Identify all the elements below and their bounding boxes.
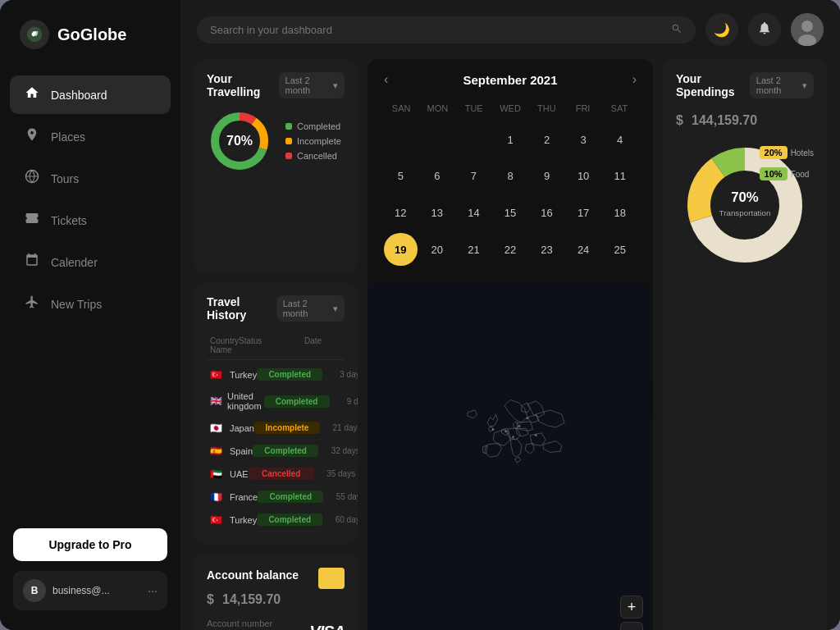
donut-area: 70% Completed Incomplete C xyxy=(207,108,345,174)
notifications-button[interactable] xyxy=(748,13,781,46)
spendings-filter[interactable]: Last 2 month ▾ xyxy=(750,72,814,98)
table-row[interactable]: 🇬🇧 United kingdom Completed 9 days ago xyxy=(207,386,345,417)
legend-incomplete: Incomplete xyxy=(285,136,341,146)
nav-items: Dashboard Places Tours Tickets xyxy=(0,75,180,528)
theme-toggle-button[interactable]: 🌙 xyxy=(705,13,738,46)
visa-logo: VISA xyxy=(309,623,345,630)
calendar-day[interactable]: 14 xyxy=(457,196,491,230)
travelling-card: Your Travelling Last 2 month ▾ xyxy=(194,59,358,272)
calendar-day[interactable]: 15 xyxy=(494,196,527,230)
places-icon xyxy=(23,127,41,146)
calendar-day[interactable]: 7 xyxy=(457,160,491,194)
calendar-day[interactable]: 23 xyxy=(530,233,564,267)
calendar-day[interactable]: 25 xyxy=(603,233,637,267)
calendar-day[interactable]: 16 xyxy=(530,196,564,230)
calendar-day[interactable]: 19 xyxy=(384,233,418,267)
svg-point-17 xyxy=(512,436,514,438)
calendar-day[interactable]: 9 xyxy=(530,160,564,194)
sidebar-label-tours: Tours xyxy=(51,172,79,185)
spendings-header: Your Spendings Last 2 month ▾ xyxy=(676,72,814,98)
content-area: Your Travelling Last 2 month ▾ xyxy=(180,59,840,630)
bottom-left-column: Travel History Last 2 month ▾ Country Na… xyxy=(194,282,358,630)
svg-point-15 xyxy=(492,428,495,431)
header: 🌙 xyxy=(180,0,840,59)
day-name-sat: SAT xyxy=(602,100,637,116)
history-header: Travel History Last 2 month ▾ xyxy=(207,295,345,322)
sidebar-label-newtrips: New Trips xyxy=(51,298,102,311)
calendar-day[interactable]: 20 xyxy=(421,233,454,267)
table-row[interactable]: 🇹🇷 Turkey Completed 3 days ago xyxy=(207,363,345,386)
sidebar-item-calendar[interactable]: Calender xyxy=(10,243,171,281)
day-name-mon: MON xyxy=(420,100,454,116)
app-container: GoGlobe Dashboard Places Tours xyxy=(0,0,840,630)
sidebar-bottom: Upgrade to Pro B business@... ··· xyxy=(0,528,180,610)
calendar-day[interactable]: 8 xyxy=(494,160,527,194)
search-bar xyxy=(197,16,696,43)
calendar-day[interactable]: 18 xyxy=(603,196,637,230)
sidebar-label-dashboard: Dashboard xyxy=(51,89,107,102)
table-row[interactable]: 🇦🇪 UAE Cancelled 35 days ago xyxy=(207,463,345,486)
search-icon xyxy=(671,23,682,37)
balance-amount: $ 14,159.70 xyxy=(207,587,345,609)
user-menu-dots[interactable]: ··· xyxy=(148,584,158,597)
newtrips-icon xyxy=(23,294,41,313)
spendings-amount: $ 144,159.70 xyxy=(676,108,814,130)
history-table-header: Country Name Status Date xyxy=(207,331,345,360)
calendar-day[interactable]: 3 xyxy=(567,123,600,157)
calendar-day xyxy=(421,123,454,157)
sidebar-item-tickets[interactable]: Tickets xyxy=(10,201,171,240)
map-zoom-in-button[interactable]: + xyxy=(620,596,643,619)
svg-point-16 xyxy=(504,430,507,432)
sidebar-item-tours[interactable]: Tours xyxy=(10,159,171,198)
calendar-day[interactable]: 17 xyxy=(567,196,600,230)
history-filter[interactable]: Last 2 month ▾ xyxy=(276,295,345,322)
calendar-day[interactable]: 2 xyxy=(530,123,564,157)
calendar-day[interactable]: 4 xyxy=(603,123,637,157)
home-icon xyxy=(23,85,41,104)
calendar-day[interactable]: 1 xyxy=(494,123,527,157)
tickets-icon xyxy=(23,211,41,230)
svg-point-2 xyxy=(801,21,813,32)
legend-cancelled: Cancelled xyxy=(285,151,341,161)
user-avatar[interactable] xyxy=(791,13,824,46)
sidebar-item-dashboard[interactable]: Dashboard xyxy=(10,75,171,114)
calendar-next-button[interactable]: › xyxy=(632,72,637,87)
table-row[interactable]: 🇪🇸 Spain Completed 32 days ago xyxy=(207,440,345,463)
calendar-day[interactable]: 5 xyxy=(384,160,418,194)
calendar-day[interactable]: 11 xyxy=(603,160,637,194)
sidebar-item-places[interactable]: Places xyxy=(10,117,171,156)
account-balance-card: Account balance $ 14,159.70 Account numb… xyxy=(194,555,358,630)
calendar-day[interactable]: 21 xyxy=(457,233,491,267)
sidebar-label-tickets: Tickets xyxy=(51,214,87,227)
history-rows: 🇹🇷 Turkey Completed 3 days ago 🇬🇧 United… xyxy=(207,363,345,532)
svg-point-19 xyxy=(535,434,537,436)
world-map-svg xyxy=(368,282,653,630)
pie-legend-food: 10% Food xyxy=(760,167,814,180)
upgrade-button[interactable]: Upgrade to Pro xyxy=(13,528,167,561)
user-bar: B business@... ··· xyxy=(13,571,167,610)
table-row[interactable]: 🇫🇷 France Completed 55 days ago xyxy=(207,486,345,509)
day-name-thu: THU xyxy=(529,100,564,116)
chevron-down-icon: ▾ xyxy=(333,304,338,314)
day-name-fri: FRI xyxy=(565,100,600,116)
calendar-icon xyxy=(23,253,41,272)
travelling-filter[interactable]: Last 2 month ▾ xyxy=(279,72,345,98)
travelling-title: Your Travelling xyxy=(207,72,279,98)
calendar-prev-button[interactable]: ‹ xyxy=(384,72,388,87)
calendar-day[interactable]: 6 xyxy=(421,160,454,194)
calendar-day[interactable]: 24 xyxy=(567,233,600,267)
currency-symbol: $ xyxy=(676,113,683,127)
map-zoom-out-button[interactable]: − xyxy=(620,622,643,630)
calendar-day[interactable]: 12 xyxy=(384,196,418,230)
svg-text:Transportation: Transportation xyxy=(719,208,771,217)
spendings-title: Your Spendings xyxy=(676,72,750,98)
balance-title: Account balance xyxy=(207,568,299,582)
table-row[interactable]: 🇯🇵 Japan Incomplete 21 days ago xyxy=(207,417,345,440)
calendar-day[interactable]: 22 xyxy=(494,233,527,267)
calendar-day[interactable]: 10 xyxy=(567,160,600,194)
search-input[interactable] xyxy=(210,24,664,36)
calendar-day[interactable]: 13 xyxy=(421,196,454,230)
table-row[interactable]: 🇹🇷 Turkey Completed 60 days ago xyxy=(207,509,345,532)
card-chip xyxy=(318,568,345,589)
sidebar-item-newtrips[interactable]: New Trips xyxy=(10,285,171,323)
